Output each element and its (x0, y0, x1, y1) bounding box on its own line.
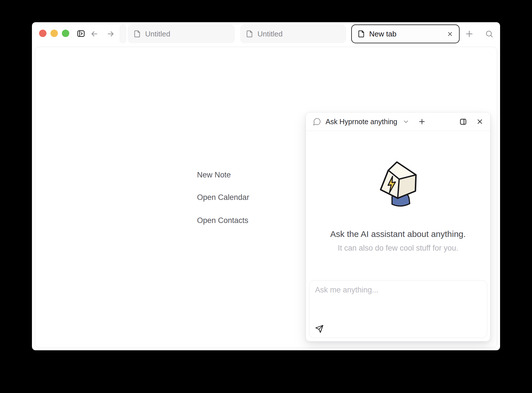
main-content: New Note Open Calendar Open Contacts Ask… (35, 47, 497, 348)
assistant-input-box (309, 280, 487, 338)
assistant-subheading: It can also do few cool stuff for you. (306, 244, 490, 253)
new-tab-button[interactable] (464, 29, 474, 39)
arrow-right-icon (106, 30, 115, 38)
tab-label: Untitled (145, 30, 229, 38)
chevron-down-icon (403, 118, 409, 125)
app-window: Untitled Untitled New tab (32, 22, 500, 350)
titlebar: Untitled Untitled New tab (32, 22, 500, 47)
assistant-title: Ask Hyprnote anything (326, 118, 397, 126)
send-button[interactable] (315, 325, 324, 333)
close-icon (476, 118, 484, 125)
sidebar-toggle-button[interactable] (76, 29, 86, 38)
new-chat-button[interactable] (418, 118, 426, 126)
message-circle-icon (312, 117, 321, 126)
file-icon (246, 30, 253, 38)
traffic-lights (39, 30, 69, 37)
tab-label: New tab (369, 30, 442, 38)
zoom-window-button[interactable] (62, 30, 69, 37)
tab-strip-edge (119, 24, 126, 43)
close-icon (447, 31, 453, 37)
file-icon (358, 30, 365, 38)
search-button[interactable] (485, 30, 494, 38)
plus-icon (464, 29, 474, 39)
close-panel-button[interactable] (476, 118, 484, 125)
ai-assistant-panel: Ask Hyprnote anything (306, 112, 490, 341)
screen: Untitled Untitled New tab (0, 0, 532, 393)
back-button[interactable] (90, 30, 99, 38)
tab-close-button[interactable] (447, 31, 453, 37)
panel-right-icon (459, 118, 467, 126)
assistant-input[interactable] (309, 281, 487, 323)
file-icon (133, 30, 141, 38)
open-calendar-link[interactable]: Open Calendar (197, 193, 249, 202)
minimize-window-button[interactable] (50, 30, 58, 37)
tab-new-tab-active[interactable]: New tab (351, 24, 460, 43)
arrow-left-icon (90, 30, 99, 38)
sidebar-toggle-icon (76, 29, 86, 38)
robot-cube-mascot (379, 160, 419, 209)
assistant-header: Ask Hyprnote anything (306, 112, 490, 131)
assistant-heading: Ask the AI assistant about anything. (306, 229, 490, 239)
tab-untitled-1[interactable]: Untitled (128, 24, 235, 43)
forward-button[interactable] (106, 30, 115, 38)
conversation-dropdown-button[interactable] (403, 118, 409, 125)
search-icon (485, 30, 494, 38)
open-contacts-link[interactable]: Open Contacts (197, 216, 248, 225)
close-window-button[interactable] (39, 30, 46, 37)
send-icon (315, 325, 324, 333)
tab-label: Untitled (257, 30, 340, 38)
plus-icon (418, 118, 426, 126)
new-note-link[interactable]: New Note (197, 170, 231, 179)
tab-untitled-2[interactable]: Untitled (240, 24, 346, 43)
dock-panel-button[interactable] (459, 118, 467, 126)
